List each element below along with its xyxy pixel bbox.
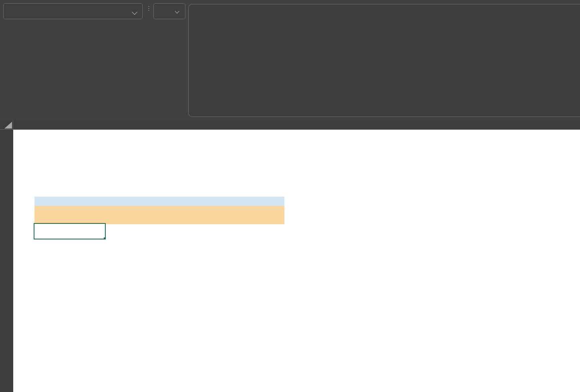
totals-budget-cell[interactable]	[103, 197, 165, 206]
table-header-row	[34, 206, 284, 224]
totals-actual-cell[interactable]	[165, 197, 224, 206]
project-title-cell[interactable]	[34, 130, 284, 147]
sheet-subtitle-cell[interactable]	[34, 147, 284, 161]
totals-row	[34, 197, 284, 206]
header-category-cell[interactable]	[34, 206, 103, 224]
formula-bar-chevron-down-icon[interactable]	[175, 9, 179, 13]
select-all-triangle-icon	[4, 122, 12, 129]
active-cell-editor-B9[interactable]	[34, 223, 106, 239]
name-box-chevron-down-icon[interactable]	[132, 9, 137, 15]
totals-variance-cell[interactable]	[224, 197, 284, 206]
row-header-strip	[0, 130, 13, 392]
header-variance-cell[interactable]	[224, 206, 284, 224]
column-header-strip	[0, 120, 580, 130]
formula-bar-resize-dots-icon: ⋮	[146, 7, 152, 10]
formula-bar[interactable]	[188, 4, 580, 117]
fill-handle[interactable]	[103, 237, 106, 239]
top-chrome: ⋮	[0, 0, 580, 120]
totals-label-cell[interactable]	[34, 197, 103, 206]
formula-button-group	[153, 3, 185, 19]
header-actual-cell[interactable]	[165, 206, 224, 224]
name-box[interactable]	[3, 3, 143, 19]
select-all-corner[interactable]	[0, 120, 13, 129]
sheet-background[interactable]	[13, 130, 580, 392]
header-budget-cell[interactable]	[103, 206, 165, 224]
